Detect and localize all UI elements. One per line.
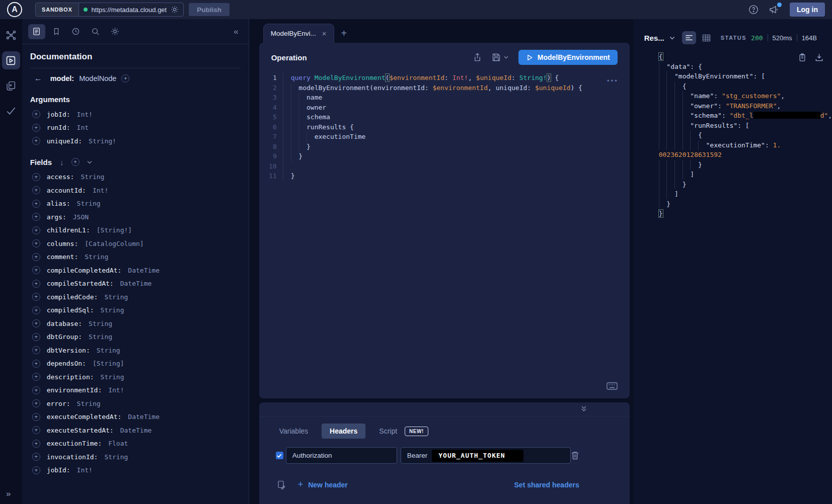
add-field-icon[interactable]: + [32, 137, 40, 145]
field-row[interactable]: +compileStartedAt:DateTime [22, 277, 249, 291]
add-field-icon[interactable]: + [32, 426, 40, 434]
add-field-icon[interactable]: + [32, 466, 40, 474]
add-field-icon[interactable]: + [32, 453, 40, 461]
graphql-editor[interactable]: 1query ModelByEnvironment($environmentId… [259, 73, 630, 181]
header-name-input[interactable] [286, 447, 397, 464]
add-field-icon[interactable]: + [32, 213, 40, 221]
history-icon[interactable] [67, 24, 85, 39]
field-row[interactable]: +uniqueId:String! [22, 134, 249, 148]
field-row[interactable]: +dbtGroup:String [22, 330, 249, 344]
help-icon[interactable] [748, 5, 759, 15]
add-field-icon[interactable]: + [32, 360, 40, 368]
add-field-icon[interactable]: + [32, 373, 40, 381]
tab-script[interactable]: Script [379, 427, 397, 435]
sidebar-item-checklist[interactable] [2, 102, 20, 120]
add-field-icon[interactable]: + [32, 440, 40, 448]
add-field-icon[interactable]: + [32, 386, 40, 394]
field-row[interactable]: +jobId:Int! [22, 108, 249, 121]
add-field-icon[interactable]: + [32, 239, 40, 247]
field-row[interactable]: +accountId:Int! [22, 184, 249, 197]
set-shared-headers-link[interactable]: Set shared headers [514, 481, 579, 489]
delete-header-trash-icon[interactable] [571, 451, 579, 460]
field-row[interactable]: +compileCompletedAt:DateTime [22, 264, 249, 277]
field-row[interactable]: +alias:String [22, 197, 249, 211]
field-row[interactable]: +executeCompletedAt:DateTime [22, 410, 249, 424]
field-row[interactable]: +executeStartedAt:DateTime [22, 424, 249, 437]
field-row[interactable]: +dbtVersion:String [22, 344, 249, 357]
response-chevron-icon[interactable] [669, 36, 675, 40]
tab-operation[interactable]: ModelByEnvi... × [263, 24, 334, 43]
field-row[interactable]: +environmentId:Int! [22, 384, 249, 397]
search-icon[interactable] [87, 24, 104, 39]
copy-response-icon[interactable] [798, 53, 806, 62]
explorer-settings-gear-icon[interactable] [107, 24, 124, 39]
endpoint-url[interactable]: https://metadata.cloud.get [92, 6, 167, 14]
tab-variables[interactable]: Variables [279, 427, 308, 435]
field-row[interactable]: +args:JSON [22, 210, 249, 224]
add-field-icon[interactable]: + [32, 124, 40, 132]
add-type-icon[interactable]: + [121, 74, 129, 82]
close-tab-icon[interactable]: × [322, 29, 327, 38]
save-icon[interactable] [492, 53, 501, 62]
add-field-icon[interactable]: + [32, 200, 40, 208]
announcements-megaphone-icon[interactable] [769, 5, 780, 15]
sidebar-item-explorer[interactable] [2, 51, 20, 69]
back-arrow-icon[interactable]: ← [34, 74, 42, 83]
save-chevron-icon[interactable] [504, 56, 508, 59]
add-field-icon[interactable]: + [32, 253, 40, 261]
edit-document-icon[interactable] [277, 480, 286, 489]
documentation-tab-icon[interactable] [28, 24, 45, 39]
add-field-icon[interactable]: + [32, 333, 40, 341]
bookmarks-icon[interactable] [48, 24, 65, 39]
breadcrumb-type[interactable]: ModelNode [79, 74, 116, 82]
run-operation-button[interactable]: ModelByEnvironment [518, 50, 618, 65]
add-field-icon[interactable]: + [32, 110, 40, 118]
field-row[interactable]: +invocationId:String [22, 450, 249, 464]
save-group[interactable] [492, 53, 508, 62]
field-row[interactable]: +jobId:Int! [22, 464, 249, 477]
keyboard-shortcuts-icon[interactable] [607, 382, 618, 390]
field-row[interactable]: +compiledSql:String [22, 304, 249, 317]
header-enabled-checkbox[interactable] [276, 452, 283, 459]
add-field-icon[interactable]: + [32, 280, 40, 288]
collapse-panel-icon[interactable]: « [234, 27, 242, 37]
field-row[interactable]: +compiledCode:String [22, 290, 249, 304]
table-view-icon[interactable] [700, 31, 714, 44]
field-row[interactable]: +comment:String [22, 250, 249, 264]
json-view-icon[interactable] [682, 31, 696, 44]
collapse-bottom-panel-icon[interactable] [581, 405, 587, 412]
field-row[interactable]: +access:String [22, 171, 249, 184]
add-field-icon[interactable]: + [32, 306, 40, 314]
download-response-icon[interactable] [815, 53, 823, 62]
add-field-icon[interactable]: + [32, 319, 40, 327]
new-header-button[interactable]: + New header [298, 479, 348, 490]
sidebar-item-operation-collections[interactable] [2, 76, 20, 95]
editor-menu-icon[interactable]: ••• [607, 77, 619, 85]
field-row[interactable]: +description:String [22, 370, 249, 384]
field-row[interactable]: +columns:[CatalogColumn] [22, 237, 249, 250]
publish-button[interactable]: Publish [189, 3, 230, 16]
add-field-icon[interactable]: + [32, 293, 40, 301]
header-value-field[interactable]: Bearer YOUR_AUTH_TOKEN [401, 447, 571, 464]
tab-headers[interactable]: Headers [322, 424, 365, 439]
sidebar-item-schema[interactable] [2, 26, 20, 44]
add-field-icon[interactable]: + [32, 346, 40, 354]
endpoint-url-field[interactable]: https://metadata.cloud.get [79, 6, 184, 14]
connection-settings-gear-icon[interactable] [171, 6, 179, 14]
sort-fields-icon[interactable]: ↓ [60, 158, 64, 166]
field-row[interactable]: +executionTime:Float [22, 437, 249, 451]
add-field-icon[interactable]: + [32, 173, 40, 181]
add-field-icon[interactable]: + [32, 186, 40, 194]
new-tab-icon[interactable]: + [341, 28, 347, 38]
share-icon[interactable] [473, 53, 482, 62]
add-field-icon[interactable]: + [32, 266, 40, 274]
field-row[interactable]: +childrenL1:[String!] [22, 224, 249, 237]
add-all-fields-icon[interactable]: + [71, 158, 80, 166]
login-button[interactable]: Log in [790, 3, 825, 17]
field-row[interactable]: +error:String [22, 397, 249, 410]
add-field-icon[interactable]: + [32, 399, 40, 407]
field-row[interactable]: +runId:Int [22, 121, 249, 135]
expand-rail-icon[interactable]: » [6, 489, 11, 499]
field-row[interactable]: +dependsOn:[String] [22, 357, 249, 371]
chevron-down-icon[interactable] [87, 160, 92, 164]
